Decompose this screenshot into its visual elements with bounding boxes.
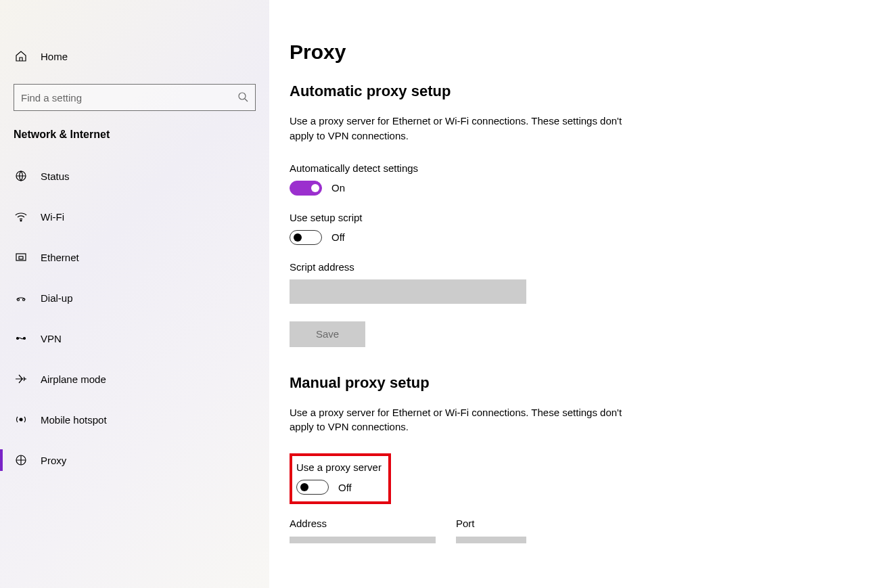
sidebar-item-dialup[interactable]: Dial-up bbox=[0, 277, 269, 318]
sidebar-item-label: Wi-Fi bbox=[41, 211, 64, 223]
wifi-icon bbox=[14, 209, 28, 224]
ethernet-icon bbox=[14, 250, 28, 265]
script-address-label: Script address bbox=[290, 261, 874, 273]
use-proxy-state: Off bbox=[338, 482, 352, 493]
svg-rect-9 bbox=[19, 256, 23, 259]
sidebar-item-label: Ethernet bbox=[41, 252, 79, 263]
sidebar-item-label: VPN bbox=[41, 333, 62, 344]
section-label: Network & Internet bbox=[0, 111, 269, 153]
proxy-icon bbox=[14, 453, 28, 468]
port-label: Port bbox=[456, 518, 526, 529]
sidebar-item-label: Status bbox=[41, 171, 70, 182]
svg-line-5 bbox=[245, 99, 248, 101]
svg-point-14 bbox=[20, 418, 22, 421]
manual-description: Use a proxy server for Ethernet or Wi-Fi… bbox=[290, 405, 648, 435]
hotspot-icon bbox=[14, 412, 28, 427]
status-icon bbox=[14, 168, 28, 183]
sidebar-item-airplane[interactable]: Airplane mode bbox=[0, 359, 269, 399]
svg-point-11 bbox=[23, 299, 25, 301]
proxy-port-input[interactable] bbox=[456, 537, 526, 543]
auto-detect-state: On bbox=[331, 182, 345, 194]
address-label: Address bbox=[290, 518, 436, 529]
save-button: Save bbox=[290, 321, 365, 347]
use-proxy-label: Use a proxy server bbox=[296, 461, 382, 473]
sidebar-item-wifi[interactable]: Wi-Fi bbox=[0, 196, 269, 237]
sidebar-item-proxy[interactable]: Proxy bbox=[0, 440, 269, 480]
home-icon bbox=[14, 49, 28, 64]
dialup-icon bbox=[14, 290, 28, 305]
sidebar: Home Network & Internet Status Wi-Fi Eth… bbox=[0, 0, 269, 588]
use-proxy-toggle[interactable] bbox=[296, 480, 329, 495]
home-nav[interactable]: Home bbox=[0, 41, 269, 72]
proxy-address-input[interactable] bbox=[290, 537, 436, 543]
setup-script-state: Off bbox=[331, 231, 345, 243]
page-title: Proxy bbox=[290, 41, 874, 64]
sidebar-item-hotspot[interactable]: Mobile hotspot bbox=[0, 399, 269, 440]
main-content: Proxy Automatic proxy setup Use a proxy … bbox=[269, 0, 874, 588]
vpn-icon bbox=[14, 331, 28, 346]
script-address-input[interactable] bbox=[290, 279, 526, 304]
manual-group-title: Manual proxy setup bbox=[290, 374, 874, 392]
auto-description: Use a proxy server for Ethernet or Wi-Fi… bbox=[290, 114, 648, 143]
svg-point-13 bbox=[24, 338, 26, 340]
airplane-icon bbox=[14, 371, 28, 386]
auto-detect-toggle[interactable] bbox=[290, 181, 322, 196]
setup-script-label: Use setup script bbox=[290, 212, 874, 223]
search-icon bbox=[237, 91, 248, 104]
sidebar-item-label: Airplane mode bbox=[41, 374, 106, 385]
sidebar-item-label: Proxy bbox=[41, 455, 66, 466]
auto-group-title: Automatic proxy setup bbox=[290, 83, 874, 100]
svg-point-4 bbox=[239, 93, 246, 99]
svg-point-10 bbox=[18, 299, 20, 301]
sidebar-item-vpn[interactable]: VPN bbox=[0, 318, 269, 359]
svg-point-12 bbox=[17, 338, 19, 340]
auto-detect-label: Automatically detect settings bbox=[290, 162, 874, 174]
search-input[interactable] bbox=[21, 92, 237, 104]
highlight-annotation: Use a proxy server Off bbox=[290, 453, 391, 504]
search-input-wrap[interactable] bbox=[14, 84, 256, 111]
home-label: Home bbox=[41, 51, 68, 62]
sidebar-item-label: Mobile hotspot bbox=[41, 414, 107, 426]
sidebar-item-label: Dial-up bbox=[41, 292, 73, 304]
sidebar-item-ethernet[interactable]: Ethernet bbox=[0, 237, 269, 277]
sidebar-item-status[interactable]: Status bbox=[0, 156, 269, 196]
setup-script-toggle[interactable] bbox=[290, 230, 322, 245]
svg-point-7 bbox=[20, 220, 22, 221]
